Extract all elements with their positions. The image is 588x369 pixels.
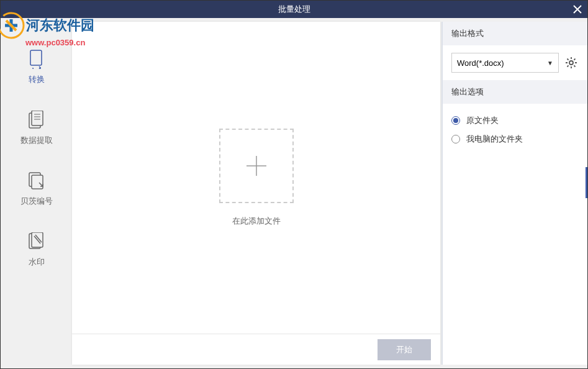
plus-icon	[243, 152, 270, 180]
right-panel: 输出格式 Word(*.docx) ▼ 输出选项 原文件夹	[441, 22, 587, 365]
window: 批量处理 河东软件园 www.pc0359.cn 转换	[0, 0, 588, 369]
radio-icon	[451, 116, 460, 125]
start-button[interactable]: 开始	[378, 339, 431, 360]
main-content: 在此添加文件	[72, 22, 440, 334]
sidebar-item-label: 贝茨编号	[20, 196, 53, 207]
body: 河东软件园 www.pc0359.cn 转换 数据提取	[1, 18, 587, 368]
sidebar: 转换 数据提取 贝茨编号 水印	[1, 18, 72, 368]
chevron-down-icon: ▼	[547, 60, 553, 66]
radio-custom-folder[interactable]: 我电脑的文件夹	[451, 130, 579, 148]
watermark-icon	[27, 232, 47, 252]
extract-icon	[27, 110, 47, 130]
svg-rect-1	[30, 50, 42, 65]
output-format-header: 输出格式	[443, 22, 587, 45]
output-format-value: Word(*.docx)	[457, 58, 504, 68]
close-icon	[573, 5, 582, 14]
dropzone-label: 在此添加文件	[232, 216, 281, 227]
sidebar-item-convert[interactable]: 转换	[1, 37, 72, 98]
radio-icon	[451, 135, 460, 144]
right-edge-indicator	[586, 167, 587, 198]
sidebar-item-label: 转换	[29, 74, 45, 85]
radio-label: 原文件夹	[466, 115, 499, 126]
output-format-select[interactable]: Word(*.docx) ▼	[451, 53, 559, 73]
sidebar-item-watermark[interactable]: 水印	[1, 219, 72, 280]
svg-point-15	[569, 61, 573, 65]
gear-icon	[565, 57, 577, 69]
bates-icon	[27, 171, 47, 191]
sidebar-item-extract[interactable]: 数据提取	[1, 98, 72, 158]
close-button[interactable]	[571, 3, 584, 16]
output-options-header: 输出选项	[443, 80, 587, 104]
format-settings-button[interactable]	[564, 55, 579, 70]
main-footer: 开始	[72, 334, 440, 365]
add-files-dropzone[interactable]	[219, 129, 294, 203]
radio-label: 我电脑的文件夹	[466, 134, 523, 145]
convert-icon	[27, 49, 47, 69]
output-options-body: 原文件夹 我电脑的文件夹	[443, 104, 587, 156]
output-format-body: Word(*.docx) ▼	[443, 45, 587, 80]
window-title: 批量处理	[278, 4, 310, 15]
sidebar-item-bates[interactable]: 贝茨编号	[1, 158, 72, 219]
titlebar: 批量处理	[1, 1, 587, 18]
main-panel: 在此添加文件 开始	[72, 22, 440, 365]
radio-original-folder[interactable]: 原文件夹	[451, 111, 579, 130]
sidebar-item-label: 水印	[29, 257, 45, 268]
sidebar-item-label: 数据提取	[20, 135, 53, 146]
svg-rect-3	[32, 111, 43, 125]
